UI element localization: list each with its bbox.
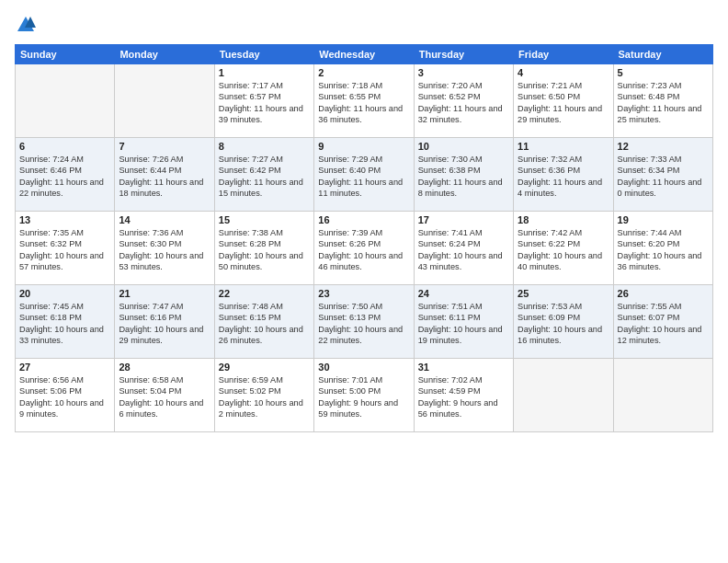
day-info: Sunrise: 6:56 AM Sunset: 5:06 PM Dayligh… [19, 374, 110, 420]
day-info: Sunrise: 7:38 AM Sunset: 6:28 PM Dayligh… [219, 227, 310, 273]
day-info: Sunrise: 7:23 AM Sunset: 6:48 PM Dayligh… [618, 80, 709, 126]
day-info: Sunrise: 7:45 AM Sunset: 6:18 PM Dayligh… [19, 301, 110, 347]
weekday-header: Monday [115, 45, 214, 64]
calendar-day-cell: 14Sunrise: 7:36 AM Sunset: 6:30 PM Dayli… [115, 212, 214, 285]
calendar-day-cell: 20Sunrise: 7:45 AM Sunset: 6:18 PM Dayli… [16, 285, 115, 359]
calendar-day-cell: 24Sunrise: 7:51 AM Sunset: 6:11 PM Dayli… [414, 285, 513, 359]
day-number: 10 [418, 141, 509, 152]
calendar-week-row: 20Sunrise: 7:45 AM Sunset: 6:18 PM Dayli… [16, 285, 713, 359]
calendar-header-row: SundayMondayTuesdayWednesdayThursdayFrid… [16, 45, 713, 64]
day-number: 30 [318, 362, 409, 373]
day-info: Sunrise: 7:42 AM Sunset: 6:22 PM Dayligh… [518, 227, 609, 273]
day-number: 23 [318, 288, 409, 299]
day-info: Sunrise: 7:20 AM Sunset: 6:52 PM Dayligh… [418, 80, 509, 126]
day-number: 19 [618, 214, 709, 225]
day-info: Sunrise: 7:39 AM Sunset: 6:26 PM Dayligh… [318, 227, 409, 273]
day-number: 5 [618, 67, 709, 78]
calendar-day-cell: 15Sunrise: 7:38 AM Sunset: 6:28 PM Dayli… [214, 212, 313, 285]
calendar-day-cell: 5Sunrise: 7:23 AM Sunset: 6:48 PM Daylig… [613, 64, 712, 138]
calendar-day-cell: 10Sunrise: 7:30 AM Sunset: 6:38 PM Dayli… [414, 138, 513, 212]
day-info: Sunrise: 7:29 AM Sunset: 6:40 PM Dayligh… [318, 154, 409, 200]
calendar-day-cell: 23Sunrise: 7:50 AM Sunset: 6:13 PM Dayli… [314, 285, 414, 359]
day-number: 26 [618, 288, 709, 299]
day-info: Sunrise: 7:36 AM Sunset: 6:30 PM Dayligh… [119, 227, 210, 273]
day-number: 15 [219, 214, 310, 225]
calendar-table: SundayMondayTuesdayWednesdayThursdayFrid… [15, 44, 713, 432]
calendar-day-cell: 1Sunrise: 7:17 AM Sunset: 6:57 PM Daylig… [214, 64, 313, 138]
day-info: Sunrise: 6:58 AM Sunset: 5:04 PM Dayligh… [119, 374, 210, 420]
logo-text [15, 15, 36, 35]
day-number: 21 [119, 288, 210, 299]
weekday-header: Thursday [414, 45, 513, 64]
day-number: 25 [518, 288, 609, 299]
day-info: Sunrise: 7:33 AM Sunset: 6:34 PM Dayligh… [618, 154, 709, 200]
logo-icon [16, 15, 36, 35]
day-number: 4 [518, 67, 609, 78]
weekday-header: Saturday [613, 45, 712, 64]
day-info: Sunrise: 7:47 AM Sunset: 6:16 PM Dayligh… [119, 301, 210, 347]
calendar-day-cell: 4Sunrise: 7:21 AM Sunset: 6:50 PM Daylig… [514, 64, 613, 138]
calendar-day-cell: 8Sunrise: 7:27 AM Sunset: 6:42 PM Daylig… [214, 138, 313, 212]
calendar-day-cell: 17Sunrise: 7:41 AM Sunset: 6:24 PM Dayli… [414, 212, 513, 285]
calendar-day-cell: 26Sunrise: 7:55 AM Sunset: 6:07 PM Dayli… [613, 285, 712, 359]
calendar-day-cell: 25Sunrise: 7:53 AM Sunset: 6:09 PM Dayli… [514, 285, 613, 359]
day-number: 17 [418, 214, 509, 225]
day-number: 2 [318, 67, 409, 78]
day-info: Sunrise: 7:53 AM Sunset: 6:09 PM Dayligh… [518, 301, 609, 347]
calendar-day-cell [514, 359, 613, 432]
day-number: 31 [418, 362, 509, 373]
weekday-header: Tuesday [214, 45, 313, 64]
day-number: 18 [518, 214, 609, 225]
calendar-day-cell: 29Sunrise: 6:59 AM Sunset: 5:02 PM Dayli… [214, 359, 313, 432]
day-number: 6 [19, 141, 110, 152]
calendar-week-row: 1Sunrise: 7:17 AM Sunset: 6:57 PM Daylig… [16, 64, 713, 138]
day-info: Sunrise: 7:27 AM Sunset: 6:42 PM Dayligh… [219, 154, 310, 200]
day-number: 3 [418, 67, 509, 78]
day-number: 22 [219, 288, 310, 299]
calendar-day-cell: 31Sunrise: 7:02 AM Sunset: 4:59 PM Dayli… [414, 359, 513, 432]
day-info: Sunrise: 7:30 AM Sunset: 6:38 PM Dayligh… [418, 154, 509, 200]
calendar-day-cell: 28Sunrise: 6:58 AM Sunset: 5:04 PM Dayli… [115, 359, 214, 432]
calendar-week-row: 13Sunrise: 7:35 AM Sunset: 6:32 PM Dayli… [16, 212, 713, 285]
calendar-day-cell: 7Sunrise: 7:26 AM Sunset: 6:44 PM Daylig… [115, 138, 214, 212]
calendar-day-cell: 16Sunrise: 7:39 AM Sunset: 6:26 PM Dayli… [314, 212, 414, 285]
day-number: 20 [19, 288, 110, 299]
weekday-header: Wednesday [314, 45, 414, 64]
day-number: 12 [618, 141, 709, 152]
calendar-day-cell: 22Sunrise: 7:48 AM Sunset: 6:15 PM Dayli… [214, 285, 313, 359]
day-number: 1 [219, 67, 310, 78]
calendar-day-cell: 21Sunrise: 7:47 AM Sunset: 6:16 PM Dayli… [115, 285, 214, 359]
calendar-day-cell: 6Sunrise: 7:24 AM Sunset: 6:46 PM Daylig… [16, 138, 115, 212]
calendar-day-cell: 13Sunrise: 7:35 AM Sunset: 6:32 PM Dayli… [16, 212, 115, 285]
day-info: Sunrise: 7:18 AM Sunset: 6:55 PM Dayligh… [318, 80, 409, 126]
day-info: Sunrise: 7:41 AM Sunset: 6:24 PM Dayligh… [418, 227, 509, 273]
day-info: Sunrise: 7:44 AM Sunset: 6:20 PM Dayligh… [618, 227, 709, 273]
calendar-day-cell: 9Sunrise: 7:29 AM Sunset: 6:40 PM Daylig… [314, 138, 414, 212]
calendar-day-cell: 11Sunrise: 7:32 AM Sunset: 6:36 PM Dayli… [514, 138, 613, 212]
day-info: Sunrise: 7:24 AM Sunset: 6:46 PM Dayligh… [19, 154, 110, 200]
calendar-week-row: 27Sunrise: 6:56 AM Sunset: 5:06 PM Dayli… [16, 359, 713, 432]
day-number: 28 [119, 362, 210, 373]
calendar-day-cell [16, 64, 115, 138]
calendar-week-row: 6Sunrise: 7:24 AM Sunset: 6:46 PM Daylig… [16, 138, 713, 212]
calendar-day-cell: 27Sunrise: 6:56 AM Sunset: 5:06 PM Dayli… [16, 359, 115, 432]
day-number: 16 [318, 214, 409, 225]
day-number: 13 [19, 214, 110, 225]
day-info: Sunrise: 7:32 AM Sunset: 6:36 PM Dayligh… [518, 154, 609, 200]
day-info: Sunrise: 7:35 AM Sunset: 6:32 PM Dayligh… [19, 227, 110, 273]
day-info: Sunrise: 7:01 AM Sunset: 5:00 PM Dayligh… [318, 374, 409, 420]
day-info: Sunrise: 7:02 AM Sunset: 4:59 PM Dayligh… [418, 374, 509, 420]
day-number: 24 [418, 288, 509, 299]
calendar-day-cell: 2Sunrise: 7:18 AM Sunset: 6:55 PM Daylig… [314, 64, 414, 138]
day-number: 7 [119, 141, 210, 152]
day-info: Sunrise: 7:26 AM Sunset: 6:44 PM Dayligh… [119, 154, 210, 200]
calendar-day-cell: 3Sunrise: 7:20 AM Sunset: 6:52 PM Daylig… [414, 64, 513, 138]
calendar-day-cell: 30Sunrise: 7:01 AM Sunset: 5:00 PM Dayli… [314, 359, 414, 432]
day-number: 14 [119, 214, 210, 225]
weekday-header: Friday [514, 45, 613, 64]
day-number: 9 [318, 141, 409, 152]
page-header [15, 15, 713, 35]
day-number: 11 [518, 141, 609, 152]
day-number: 8 [219, 141, 310, 152]
calendar-day-cell: 19Sunrise: 7:44 AM Sunset: 6:20 PM Dayli… [613, 212, 712, 285]
